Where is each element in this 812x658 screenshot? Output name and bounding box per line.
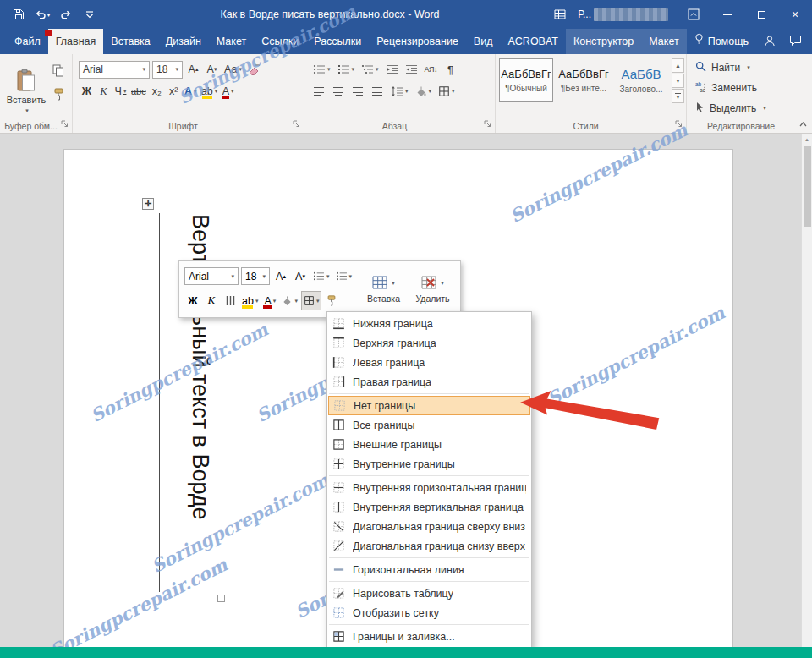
select-button[interactable]: Выделить▾ [695, 101, 766, 115]
collapse-ribbon-icon[interactable] [798, 120, 808, 128]
tab-acrobat[interactable]: ACROBAT [500, 29, 566, 54]
table-resize-handle[interactable] [217, 595, 225, 602]
shrink-font-button[interactable]: А▾ [204, 60, 220, 79]
style-scroll-up-icon[interactable]: ▲ [672, 58, 684, 73]
show-formatting-marks-icon[interactable]: ¶ [442, 60, 458, 79]
table-move-handle[interactable]: ✛ [142, 198, 154, 210]
save-icon[interactable] [8, 4, 29, 25]
mini-italic-button[interactable]: К [203, 291, 220, 310]
tab-help[interactable]: Помощь [687, 29, 756, 54]
tab-mailings[interactable]: Рассылки [306, 29, 369, 54]
tab-references[interactable]: Ссылки [254, 29, 306, 54]
delete-cells-button[interactable]: ▾ Удалить [409, 265, 456, 314]
strikethrough-button[interactable]: abc [129, 82, 148, 101]
paste-button[interactable]: Вставить ▾ [6, 58, 47, 124]
multilevel-list-icon[interactable]: ▾ [359, 60, 381, 79]
align-left-icon[interactable] [311, 82, 327, 101]
subscript-button[interactable]: х₂ [149, 82, 165, 101]
mini-shrink-font-button[interactable]: А▾ [292, 266, 309, 286]
superscript-button[interactable]: х² [166, 82, 182, 101]
scrollbar-thumb[interactable] [804, 146, 811, 227]
menu-item-right-border[interactable]: Правая граница [327, 372, 531, 392]
menu-item-horizontal-line[interactable]: Горизонтальная линия [327, 560, 531, 579]
bold-button[interactable]: Ж [79, 82, 95, 101]
font-dialog-launcher[interactable] [293, 120, 301, 129]
menu-item-diagonal-up-border[interactable]: Диагональная граница снизу вверх [327, 536, 531, 556]
mini-font-family-select[interactable]: Arial▾ [184, 267, 239, 285]
font-size-select[interactable]: 18▾ [152, 61, 183, 79]
find-button[interactable]: Найти▾ [695, 61, 766, 74]
replace-button[interactable]: abac Заменить [695, 81, 766, 95]
menu-item-bottom-border[interactable]: Нижняя граница [327, 314, 531, 333]
menu-item-all-borders[interactable]: Все границы [327, 415, 531, 435]
menu-item-inside-vertical-border[interactable]: Внутренняя вертикальная граница [327, 497, 531, 517]
mini-bullet-list-icon[interactable]: ▾ [311, 266, 332, 286]
tab-review[interactable]: Рецензирование [369, 29, 466, 54]
menu-item-draw-table[interactable]: Нарисовать таблицу [327, 584, 531, 603]
mini-numbered-list-icon[interactable]: ▾ [334, 266, 354, 286]
font-color-button[interactable]: А▾ [220, 82, 236, 101]
undo-icon[interactable]: ▾ [32, 4, 52, 25]
minimize-button[interactable] [710, 0, 744, 29]
text-effects-button[interactable]: А▾ [183, 82, 199, 101]
align-right-icon[interactable] [350, 82, 366, 101]
increase-indent-icon[interactable] [403, 60, 420, 79]
menu-item-borders-and-shading[interactable]: Границы и заливка... [327, 627, 531, 646]
paragraph-dialog-launcher[interactable] [484, 120, 492, 129]
bullet-list-icon[interactable]: ▾ [311, 60, 332, 79]
menu-item-outside-borders[interactable]: Внешние границы [327, 435, 531, 454]
style-heading-1[interactable]: АаБбВ Заголово... [614, 58, 668, 102]
format-painter-icon[interactable] [51, 86, 66, 101]
vertical-scrollbar[interactable]: ▲ [801, 134, 812, 650]
maximize-button[interactable] [744, 0, 778, 29]
menu-item-top-border[interactable]: Верхняя граница [327, 333, 531, 353]
mini-shading-icon[interactable]: ▾ [280, 291, 299, 310]
tab-view[interactable]: Вид [466, 29, 501, 54]
insert-cells-button[interactable]: ▾ Вставка [360, 265, 407, 314]
style-scroll-down-icon[interactable]: ▼ [672, 74, 684, 88]
menu-item-no-border[interactable]: Нет границы [328, 396, 530, 415]
menu-item-left-border[interactable]: Левая граница [327, 353, 531, 372]
clipboard-dialog-launcher[interactable] [61, 120, 69, 129]
close-button[interactable]: × [778, 0, 812, 29]
style-gallery-more-icon[interactable]: ▼ [672, 89, 684, 103]
font-family-select[interactable]: Arial▾ [79, 61, 150, 79]
highlight-color-button[interactable]: ab▾ [200, 82, 219, 101]
copy-icon[interactable] [51, 63, 66, 78]
style-normal[interactable]: АаБбВвГг ¶Обычный [499, 58, 553, 102]
customize-qat-icon[interactable] [80, 4, 100, 25]
mini-grow-font-button[interactable]: А▴ [272, 266, 289, 286]
decrease-indent-icon[interactable] [384, 60, 400, 79]
change-case-button[interactable]: Аа▾ [222, 60, 244, 79]
mini-font-color-button[interactable]: А▾ [261, 291, 278, 310]
italic-button[interactable]: К [96, 82, 112, 101]
shading-icon[interactable]: ▾ [414, 82, 434, 101]
line-spacing-icon[interactable]: ▾ [389, 82, 410, 101]
mini-font-size-select[interactable]: 18▾ [241, 267, 270, 285]
clear-formatting-icon[interactable] [246, 60, 262, 79]
tab-table-layout[interactable]: Макет [641, 29, 686, 54]
menu-item-view-gridlines[interactable]: Отобразить сетку [327, 603, 531, 622]
undo-dropdown-caret[interactable]: ▾ [47, 12, 50, 18]
mini-borders-button[interactable]: ▾ [301, 291, 322, 310]
tab-file[interactable]: Файл [7, 29, 48, 54]
underline-button[interactable]: Ч▾ [112, 82, 129, 101]
style-no-spacing[interactable]: АаБбВвГг ¶Без инте... [557, 58, 611, 102]
grow-font-button[interactable]: А▴ [185, 60, 201, 79]
user-icon[interactable] [764, 35, 776, 49]
redo-icon[interactable] [56, 4, 76, 25]
sort-icon[interactable]: АЯ↓ [423, 60, 440, 79]
align-center-icon[interactable] [331, 82, 347, 101]
menu-item-inside-horizontal-border[interactable]: Внутренняя горизонтальная граница [327, 478, 531, 497]
scroll-up-icon[interactable]: ▲ [802, 134, 812, 145]
tab-table-design[interactable]: Конструктор [566, 29, 641, 54]
tab-insert[interactable]: Вставка [103, 29, 157, 54]
tab-design[interactable]: Дизайн [158, 29, 209, 54]
comment-icon[interactable] [789, 35, 802, 49]
menu-item-inside-borders[interactable]: Внутренние границы [327, 454, 531, 474]
borders-icon[interactable]: ▾ [436, 82, 457, 101]
tab-home[interactable]: Главная [48, 29, 104, 54]
styles-dialog-launcher[interactable] [675, 120, 683, 129]
ribbon-display-options-icon[interactable] [677, 0, 710, 29]
mini-bold-button[interactable]: Ж [184, 291, 201, 310]
